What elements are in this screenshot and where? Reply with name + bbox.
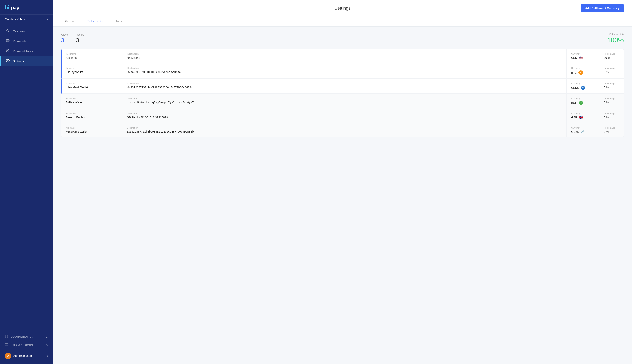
settlement-pct-stat: Settlement % 100% [607, 33, 624, 44]
user-footer[interactable]: A Ash Bhimasani ▴ [0, 350, 53, 362]
active-value: 3 [61, 37, 68, 44]
support-icon [5, 343, 8, 347]
percentage-value: 90 [604, 56, 607, 59]
payment-tools-icon [6, 49, 10, 54]
sidebar-item-payment-tools[interactable]: Payment Tools [0, 46, 53, 56]
table-row[interactable]: Nickname Bank of England Destination GB … [61, 109, 624, 123]
percentage-label: Percentage [604, 112, 619, 115]
docs-label: DOCUMENTATION [11, 335, 33, 338]
destination-col: Destination 0x931D387731bBbC988B312206c7… [123, 79, 567, 94]
table-row[interactable]: Nickname BitPay Wallet Destination n2pXB… [61, 63, 624, 79]
sidebar-item-settings[interactable]: Settings [0, 56, 53, 66]
user-name: Ash Bhimasani [14, 354, 47, 358]
gusd-icon: 🔗 [581, 130, 584, 133]
destination-label: Destination [127, 97, 562, 100]
currency-row: GUSD 🔗 [571, 130, 594, 133]
destination-col: Destination GB 29 NWBK 601613 31926819 [122, 109, 567, 123]
svg-line-4 [47, 336, 48, 337]
currency-label: Currency [571, 67, 594, 69]
us-flag-icon: 🇺🇸 [579, 56, 583, 59]
sidebar-item-payments[interactable]: Payments [0, 36, 53, 46]
percentage-row: 5 % [604, 86, 619, 89]
nickname-value: Citibank [66, 56, 118, 59]
settlement-pct-value: 100% [607, 36, 624, 44]
percentage-value: 5 [604, 70, 605, 74]
stats-row: Active 3 Inactive 3 Settlement % 100% [61, 33, 624, 44]
settlement-pct-label: Settlement % [607, 33, 624, 36]
sidebar-item-overview[interactable]: Overview [0, 26, 53, 36]
docs-link[interactable]: DOCUMENTATION [0, 332, 53, 341]
gb-flag-icon: 🇬🇧 [579, 116, 583, 119]
inactive-label: Inactive [76, 33, 84, 36]
table-row[interactable]: Nickname MetaMask Wallet Destination 0x9… [61, 79, 624, 94]
account-name: Cowboy Killers [5, 18, 25, 21]
percentage-value: 5 [604, 86, 605, 89]
svg-marker-2 [6, 49, 9, 51]
active-stat: Active 3 [61, 33, 68, 44]
main-content: Settings Add Settlement Currency General… [53, 0, 632, 364]
nickname-label: Nickname [66, 53, 118, 55]
support-label: HELP & SUPPORT [11, 344, 33, 347]
sidebar-item-payment-tools-label: Payment Tools [13, 50, 33, 53]
destination-col: Destination 0x931D387731bBbC988B312206c7… [122, 123, 567, 137]
settlement-list: Nickname Citibank Destination 64127842 C… [61, 49, 624, 137]
nickname-col: Nickname BitPay Wallet [62, 63, 123, 78]
percent-symbol: % [608, 56, 610, 59]
nickname-label: Nickname [66, 67, 118, 69]
logo: bitpay [5, 4, 48, 11]
support-link[interactable]: HELP & SUPPORT [0, 341, 53, 350]
nickname-label: Nickname [66, 82, 118, 85]
nickname-label: Nickname [66, 112, 118, 115]
currency-value: USD [571, 56, 577, 59]
percentage-row: 0 % [604, 101, 619, 104]
percentage-col: Percentage 90 % [599, 49, 624, 63]
inactive-value: 3 [76, 37, 84, 44]
table-row[interactable]: Nickname BitPay Wallet Destination qruqm… [61, 94, 624, 109]
destination-label: Destination [127, 112, 562, 115]
percent-symbol: % [606, 70, 609, 74]
tab-settlements[interactable]: Settlements [83, 16, 107, 26]
currency-value: USDC [571, 86, 579, 90]
svg-line-6 [47, 344, 48, 345]
percentage-row: 5 % [604, 70, 619, 74]
table-row[interactable]: Nickname Citibank Destination 64127842 C… [61, 49, 624, 63]
percent-symbol: % [606, 86, 609, 89]
table-row[interactable]: Nickname MetaMask Wallet Destination 0x9… [61, 123, 624, 137]
external-link-icon [46, 335, 48, 338]
destination-col: Destination 64127842 [123, 49, 567, 63]
tab-users[interactable]: Users [111, 16, 126, 26]
sidebar-item-payments-label: Payments [13, 40, 27, 43]
percentage-col: Percentage 5 % [599, 63, 624, 78]
docs-icon [5, 335, 8, 339]
destination-value: qruqm49kz0mrtvjcq8hg3awqch7ys2utpc48vn0y… [127, 101, 562, 104]
payments-icon [6, 39, 10, 44]
percentage-label: Percentage [604, 82, 619, 85]
currency-row: GBP 🇬🇧 [571, 116, 594, 119]
currency-label: Currency [571, 53, 594, 55]
avatar: A [5, 352, 12, 359]
destination-value: GB 29 NWBK 601613 31926819 [127, 116, 562, 119]
currency-row: BTC ₿ [571, 70, 594, 75]
nickname-value: Bank of England [66, 116, 118, 119]
tab-general[interactable]: General [61, 16, 79, 26]
nickname-col: Nickname MetaMask Wallet [62, 79, 123, 94]
percent-symbol: % [606, 130, 609, 133]
percentage-row: 0 % [604, 130, 619, 133]
percentage-value: 0 [604, 130, 605, 133]
inactive-stat: Inactive 3 [76, 33, 84, 44]
currency-value: BCH [571, 101, 577, 104]
account-selector[interactable]: Cowboy Killers ▾ [0, 15, 53, 24]
sidebar-item-settings-label: Settings [13, 59, 24, 63]
logo-area: bitpay [0, 0, 53, 15]
nickname-col: Nickname MetaMask Wallet [61, 123, 122, 137]
nickname-value: MetaMask Wallet [66, 130, 118, 133]
currency-col: Currency USDC C [567, 79, 599, 94]
add-settlement-button[interactable]: Add Settlement Currency [581, 4, 624, 12]
sidebar-item-overview-label: Overview [13, 30, 26, 33]
currency-col: Currency BTC ₿ [567, 63, 599, 78]
currency-label: Currency [571, 126, 594, 129]
destination-value: 0x931D387731bBbC988B312206c74F77D004D6B8… [127, 86, 562, 89]
destination-label: Destination [127, 67, 562, 69]
settings-icon [6, 59, 10, 64]
destination-value: 0x931D387731bBbC988B312206c74F77D004D6B8… [127, 130, 562, 133]
